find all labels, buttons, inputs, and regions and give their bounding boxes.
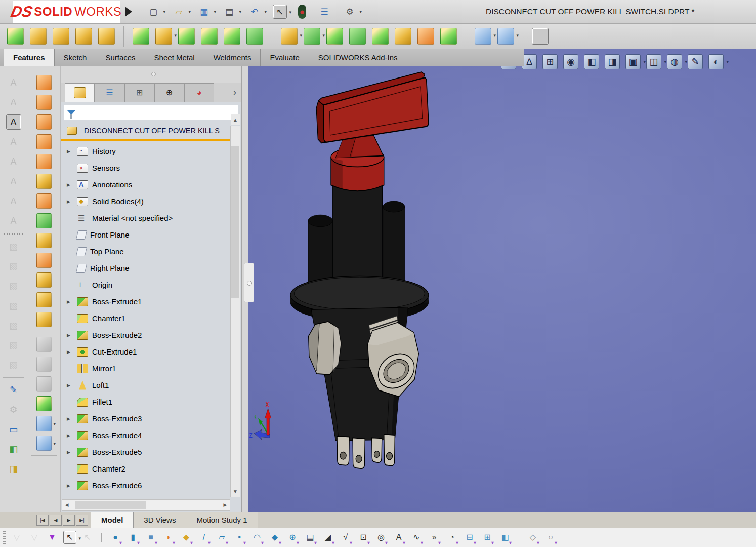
- filter-mate-references-button[interactable]: ◇▼: [526, 531, 539, 544]
- hide-show-items-button-dropdown[interactable]: ▾: [685, 60, 687, 64]
- open-document-button-dropdown[interactable]: ▾: [188, 10, 191, 14]
- swept-boss-base-button[interactable]: [53, 28, 69, 45]
- propertymanager-tab[interactable]: ☰: [95, 83, 124, 102]
- filled-surface-button[interactable]: [36, 174, 52, 189]
- extruded-surface-button[interactable]: [36, 75, 52, 90]
- new-sketch-button[interactable]: ✎: [6, 382, 21, 398]
- linear-pattern-button-dropdown[interactable]: ▾: [322, 33, 325, 38]
- filter-geometric-tolerances-button[interactable]: ⊡▼: [357, 531, 370, 544]
- curves-button-dropdown[interactable]: ▾: [516, 33, 519, 38]
- traffic-light-icon[interactable]: ●: [298, 5, 306, 19]
- tree-item-boss-extrude4[interactable]: ▶Boss-Extrude4: [61, 427, 231, 444]
- filter-axes-button[interactable]: /▼: [197, 531, 211, 544]
- tab-features[interactable]: Features: [4, 49, 55, 66]
- lofted-surface-button[interactable]: [36, 134, 52, 149]
- curves-side-button[interactable]: ▾: [36, 436, 52, 451]
- expand-arrow-icon[interactable]: ▶: [67, 483, 75, 488]
- filter-edges-button[interactable]: ▮▼: [127, 531, 140, 544]
- tree-item-origin[interactable]: Origin: [61, 277, 231, 293]
- doc-tab-motion-study-1[interactable]: Motion Study 1: [186, 512, 258, 528]
- fillet-button[interactable]: ▾: [281, 28, 298, 45]
- swept-cut-button[interactable]: [201, 28, 218, 45]
- zoom-to-area-button[interactable]: ⊞: [542, 54, 558, 69]
- expand-arrow-icon[interactable]: ▶: [67, 199, 75, 204]
- graphics-viewport[interactable]: X Z Y ◎∆⊞◉◧◨▣▾◫▾◍▾✎◐▾: [248, 49, 756, 512]
- previous-view-button[interactable]: ◧: [584, 54, 599, 69]
- tree-item-front-plane[interactable]: Front Plane: [61, 226, 231, 243]
- save-button[interactable]: ▦▾: [197, 5, 211, 19]
- open-document-button[interactable]: ▱▾: [172, 5, 186, 19]
- panel-collapse-handle-icon[interactable]: [151, 72, 156, 76]
- reference-geometry-button[interactable]: ▾: [475, 28, 491, 45]
- tab-nav-next-button[interactable]: ▶: [63, 515, 75, 526]
- swept-surface-button[interactable]: [36, 114, 52, 130]
- featuremanager-design-tree-tab[interactable]: [65, 83, 95, 102]
- tree-item-loft1[interactable]: ▶Loft1: [61, 377, 231, 394]
- tree-item-boss-extrude3[interactable]: ▶Boss-Extrude3: [61, 410, 231, 427]
- hide-show-items-button[interactable]: ◍▾: [667, 54, 682, 69]
- boundary-surface-button[interactable]: [36, 154, 52, 169]
- mirror-feature-button[interactable]: [440, 28, 457, 45]
- tree-item-history[interactable]: ▶History: [61, 143, 231, 160]
- displaymanager-tab[interactable]: ◕: [184, 83, 214, 102]
- tree-root-item[interactable]: DISCONNECT CUT OFF POWER KILL S: [61, 123, 241, 139]
- doc-tab-model[interactable]: Model: [91, 512, 134, 528]
- menu-flyout-arrow-icon[interactable]: [125, 7, 132, 17]
- lofted-boss-base-button[interactable]: [75, 28, 92, 45]
- boundary-boss-base-button[interactable]: [98, 28, 115, 45]
- dynamic-annotation-views-button[interactable]: ▣▾: [625, 54, 641, 69]
- tree-item-solid-bodies-4[interactable]: ▶Solid Bodies(4): [61, 193, 231, 210]
- filter-midpoints-button[interactable]: ◆▼: [268, 531, 281, 544]
- filter-notes-button[interactable]: ◎▼: [374, 531, 388, 544]
- tab-nav-last-button[interactable]: ▶|: [76, 515, 88, 526]
- tree-item-chamfer2[interactable]: Chamfer2: [61, 460, 231, 477]
- filter-sketch-points-button[interactable]: ▪▼: [233, 531, 246, 544]
- options-gear-button-dropdown[interactable]: ▾: [359, 10, 362, 14]
- apply-scene-button[interactable]: ◐▾: [708, 54, 724, 69]
- dimxpertmanager-tab[interactable]: ⊕: [154, 83, 184, 102]
- expand-arrow-icon[interactable]: ▶: [67, 433, 75, 438]
- lofted-cut-button[interactable]: [224, 28, 240, 45]
- expand-arrow-icon[interactable]: ▶: [67, 349, 75, 355]
- wrap-button[interactable]: [395, 28, 411, 45]
- tree-item-boss-extrude5[interactable]: ▶Boss-Extrude5: [61, 444, 231, 460]
- thicken-button[interactable]: [36, 396, 52, 411]
- tab-evaluate[interactable]: Evaluate: [261, 49, 309, 66]
- doc-tab-3d-views[interactable]: 3D Views: [134, 512, 186, 528]
- apply-scene-button-dropdown[interactable]: ▾: [726, 60, 729, 64]
- filter-weld-symbols-button[interactable]: ∿▼: [410, 531, 423, 544]
- ruled-surface-button[interactable]: [36, 233, 52, 248]
- knit-surface-button[interactable]: [36, 312, 52, 327]
- filter-reference-planes-button[interactable]: ▤▼: [304, 531, 317, 544]
- view-orientation-button[interactable]: ◫▾: [646, 54, 661, 69]
- measure-button[interactable]: ∆: [522, 54, 537, 69]
- replace-face-button[interactable]: [36, 292, 52, 307]
- expand-arrow-icon[interactable]: ▶: [67, 299, 75, 304]
- expand-arrow-icon[interactable]: ▶: [67, 149, 75, 154]
- filter-surface-bodies-button[interactable]: ◗▼: [162, 531, 175, 544]
- tree-item-boss-extrude2[interactable]: ▶Boss-Extrude2: [61, 327, 231, 343]
- spell-checker-button[interactable]: A: [6, 114, 21, 130]
- reference-geometry-button-dropdown[interactable]: ▾: [493, 33, 496, 38]
- filter-dimensions-button[interactable]: ◢▼: [321, 531, 334, 544]
- layer-stack-button-1[interactable]: ◧: [6, 442, 21, 457]
- filter-datum-targets-button[interactable]: »▼: [428, 531, 441, 544]
- tab-nav-first-button[interactable]: |◀: [36, 515, 49, 526]
- undo-button-dropdown[interactable]: ▾: [264, 10, 267, 14]
- tab-weldments[interactable]: Weldments: [204, 49, 261, 66]
- tree-item-mirror1[interactable]: Mirror1: [61, 360, 231, 377]
- delete-face-button[interactable]: [36, 272, 52, 288]
- scroll-up-icon[interactable]: ▲: [231, 114, 240, 125]
- filter-center-marks-button[interactable]: ⊕▼: [286, 531, 299, 544]
- filter-smart-components-button[interactable]: ◧▼: [498, 531, 512, 544]
- view-settings-button[interactable]: ☰: [317, 5, 331, 19]
- tab-surfaces[interactable]: Surfaces: [96, 49, 145, 66]
- filter-planes-button[interactable]: ▱▼: [215, 531, 228, 544]
- edit-appearance-button[interactable]: ✎: [688, 54, 703, 69]
- planar-surface-button[interactable]: [36, 193, 52, 209]
- extruded-cut-button[interactable]: [133, 28, 149, 45]
- configurationmanager-tab[interactable]: ⊞: [124, 83, 154, 102]
- tree-item-boss-extrude1[interactable]: ▶Boss-Extrude1: [61, 293, 231, 310]
- panel-tabs-overflow-icon[interactable]: ›: [233, 87, 236, 98]
- tree-item-cut-extrude1[interactable]: ▶Cut-Extrude1: [61, 343, 231, 360]
